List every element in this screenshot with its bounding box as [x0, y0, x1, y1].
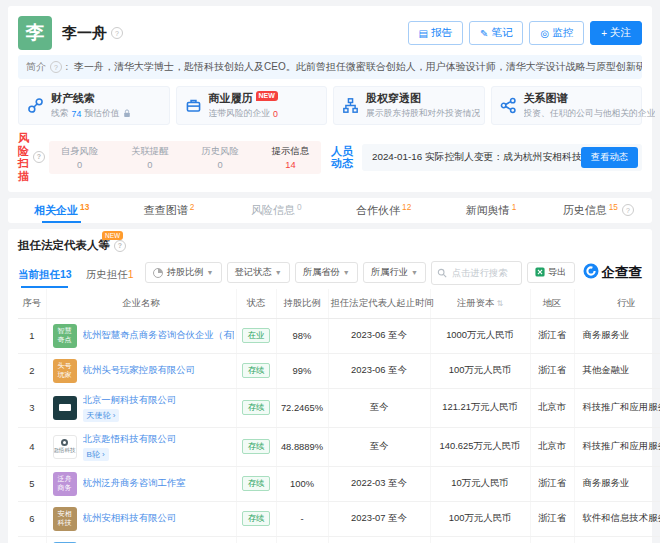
- filter-所属省份[interactable]: 所属省份▼: [295, 262, 358, 283]
- table-row: 3北京一舸科技有限公司天使轮 ›存续72.2465%至今121.21万元人民币北…: [18, 388, 660, 427]
- dynamics-text: 2024-01-16 实际控制人变更：成为杭州安相科技有限公司的实际控制人: [372, 151, 581, 164]
- subtab-count: 1: [128, 268, 134, 280]
- tab-label: 历史信息: [563, 203, 607, 218]
- tab-label: 查查图谱: [144, 203, 188, 218]
- name-wrap: 杭州泛舟商务咨询工作室: [83, 477, 186, 490]
- cell-status: 存续: [236, 388, 276, 427]
- 关注-button[interactable]: +关注: [590, 21, 642, 45]
- risk-item-历史风险[interactable]: 历史风险0: [202, 145, 239, 170]
- col-header-持股比例: 持股比例: [276, 289, 328, 319]
- company-link[interactable]: 北京匙悟科技有限公司: [83, 433, 177, 446]
- risk-item-value: 0: [61, 160, 98, 170]
- name-wrap: 北京一舸科技有限公司天使轮 ›: [83, 394, 177, 422]
- filter-登记状态[interactable]: 登记状态▼: [227, 262, 290, 283]
- intro-colon: ：: [62, 60, 72, 74]
- intro-help-icon[interactable]: ?: [50, 61, 62, 73]
- stat-card-关系图谱[interactable]: 关系图谱投资、任职的公司与他相关的企业: [491, 86, 643, 125]
- company-link[interactable]: 杭州安相科技有限公司: [83, 512, 177, 525]
- status-badge: 存续: [242, 400, 271, 415]
- subtabs: 当前担任13历史担任1: [18, 268, 134, 288]
- company-link[interactable]: 杭州智慧奇点商务咨询合伙企业（有限合伙）: [83, 329, 234, 342]
- name-help-icon[interactable]: ?: [111, 27, 123, 39]
- company-logo: 匙悟科技: [53, 435, 77, 459]
- section-help-icon[interactable]: ?: [114, 240, 126, 252]
- stat-sub-part: 0: [273, 109, 278, 119]
- funding-round-tag[interactable]: 天使轮 ›: [83, 409, 120, 422]
- stat-subtitle: 展示股东持股和对外投资情况: [366, 108, 480, 120]
- chevron-down-icon: ▼: [343, 269, 350, 276]
- filter-持股比例[interactable]: 持股比例▼: [145, 262, 221, 283]
- tab-count: 0: [297, 202, 302, 212]
- cell-no: 4: [18, 427, 46, 466]
- search-input[interactable]: [450, 267, 516, 279]
- stat-sub-part: 展示股东持股和对外投资情况: [366, 108, 480, 120]
- cell-period: 2022-03 至今: [328, 466, 430, 501]
- qcc-logo-icon: [583, 263, 599, 282]
- cell-name: 头号玩家杭州头号玩家控股有限公司: [46, 353, 236, 388]
- company-logo: [53, 396, 77, 420]
- filter-label: 所属省份: [303, 266, 340, 279]
- risk-help-icon[interactable]: ?: [33, 151, 45, 163]
- main-card: NEW 担任法定代表人等 ? 当前担任13历史担任1 持股比例▼登记状态▼所属省…: [8, 229, 652, 543]
- col-header-担任法定代表人起止时间: 担任法定代表人起止时间: [328, 289, 430, 319]
- tab-label: 新闻舆情: [466, 203, 510, 218]
- tab-label: 相关企业: [34, 203, 78, 218]
- cell-status: 存续: [236, 427, 276, 466]
- orgchart-icon: [342, 97, 359, 114]
- tab-查查图谱[interactable]: 查查图谱2: [115, 198, 222, 223]
- risk-item-label: 历史风险: [202, 145, 239, 158]
- tab-新闻舆情[interactable]: 新闻舆情1: [437, 198, 544, 223]
- export-label: 导出: [548, 266, 567, 279]
- name-wrap: 北京匙悟科技有限公司B轮 ›: [83, 433, 177, 461]
- subtab-历史担任[interactable]: 历史担任1: [86, 268, 134, 288]
- view-dynamics-button[interactable]: 查看动态: [581, 147, 638, 168]
- stat-sub-part: 预估价值: [84, 108, 119, 120]
- table-row: 4匙悟科技北京匙悟科技有限公司B轮 ›存续48.8889%至今140.625万元…: [18, 427, 660, 466]
- status-badge: 存续: [242, 476, 271, 491]
- stats-row: 财产线索线索74预估价值商业履历NEW连带风险的企业0股权穿透图展示股东持股和对…: [18, 86, 642, 125]
- subtab-当前担任[interactable]: 当前担任13: [18, 268, 72, 288]
- excel-icon: [535, 267, 545, 279]
- company-link[interactable]: 杭州头号玩家控股有限公司: [83, 364, 196, 377]
- cell-capital: 121.21万元人民币: [430, 388, 530, 427]
- company-link[interactable]: 北京一舸科技有限公司: [83, 394, 177, 407]
- stat-card-财产线索[interactable]: 财产线索线索74预估价值: [18, 86, 170, 125]
- company-link[interactable]: 杭州泛舟商务咨询工作室: [83, 477, 186, 490]
- tab-count: 2: [190, 202, 195, 212]
- stat-subtitle: 线索74预估价值: [51, 108, 131, 120]
- action-label: 关注: [610, 26, 631, 40]
- cell-region: 浙江省: [530, 466, 574, 501]
- stat-sub-part: 74: [72, 109, 82, 119]
- stat-card-商业履历[interactable]: 商业履历NEW连带风险的企业0: [176, 86, 328, 125]
- stat-card-股权穿透图[interactable]: 股权穿透图展示股东持股和对外投资情况: [333, 86, 485, 125]
- stat-subtitle: 投资、任职的公司与他相关的企业: [524, 108, 656, 120]
- tab-风险信息[interactable]: 风险信息0: [223, 198, 330, 223]
- risk-panel: 自身风险0关联提醒0历史风险0提示信息14: [49, 141, 321, 174]
- col-header-注册资本[interactable]: 注册资本⇅: [430, 289, 530, 319]
- section-new-badge: NEW: [102, 231, 123, 240]
- funding-round-tag[interactable]: B轮 ›: [83, 448, 109, 461]
- cell-period: 至今: [328, 427, 430, 466]
- tab-相关企业[interactable]: 相关企业13: [8, 198, 115, 223]
- risk-item-自身风险[interactable]: 自身风险0: [61, 145, 98, 170]
- 报告-button[interactable]: ▤报告: [408, 21, 463, 45]
- cell-industry: 软件和信息技术服务业: [574, 536, 660, 543]
- filter-所属行业[interactable]: 所属行业▼: [363, 262, 426, 283]
- risk-item-label: 自身风险: [61, 145, 98, 158]
- tab-历史信息[interactable]: 历史信息15?: [545, 198, 652, 223]
- risk-row: 风险扫描 ? 自身风险0关联提醒0历史风险0提示信息14 人员动态 2024-0…: [18, 132, 642, 192]
- table-row: 1智慧奇点杭州智慧奇点商务咨询合伙企业（有限合伙）在业98%2023-06 至今…: [18, 318, 660, 353]
- export-button[interactable]: 导出: [527, 262, 575, 283]
- tab-合作伙伴[interactable]: 合作伙伴12: [330, 198, 437, 223]
- 监控-button[interactable]: ◎监控: [529, 21, 584, 45]
- tab-count: 13: [80, 202, 89, 212]
- cell-industry: 软件和信息技术服务业: [574, 501, 660, 536]
- cell-status: 在业: [236, 318, 276, 353]
- risk-item-关联提醒[interactable]: 关联提醒0: [131, 145, 168, 170]
- action-label: 监控: [552, 26, 573, 40]
- 笔记-button[interactable]: ✎笔记: [469, 21, 523, 45]
- subtab-count: 13: [60, 268, 72, 280]
- new-badge: NEW: [256, 91, 278, 101]
- status-badge: 存续: [242, 511, 271, 526]
- risk-item-提示信息[interactable]: 提示信息14: [272, 145, 309, 170]
